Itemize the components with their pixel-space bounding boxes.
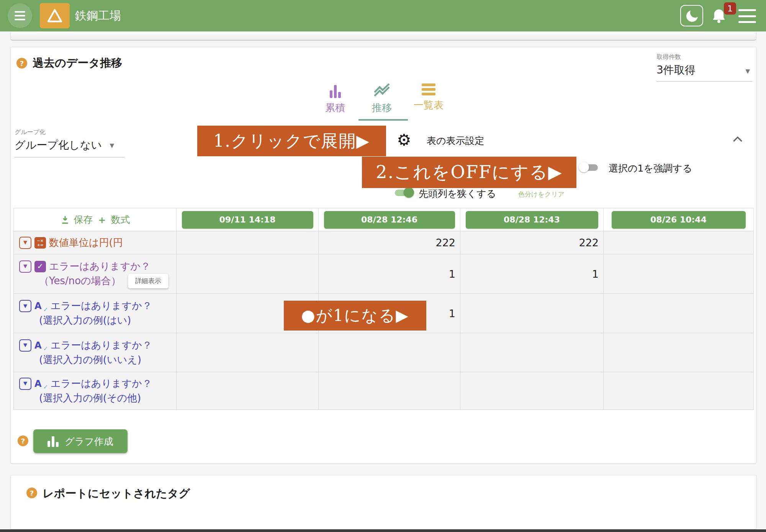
cell-value: 1: [319, 254, 460, 294]
cell-value: [604, 254, 754, 294]
plus-icon[interactable]: ＋: [97, 213, 107, 227]
triangle-logo-icon: [47, 8, 63, 23]
toggle-thumb: [404, 187, 414, 198]
tags-section-title: レポートにセットされたタグ: [43, 486, 190, 501]
cell-value: [604, 372, 754, 410]
group-by-label: グループ化: [15, 128, 125, 136]
annotation-click-to-expand: 1.クリックで展開▶: [197, 126, 386, 156]
clear-colors-link[interactable]: 色分けをクリア: [518, 190, 565, 199]
detail-view-button[interactable]: 詳細表示: [128, 273, 169, 288]
cell-value: [177, 372, 319, 410]
app-title: 鉄鋼工場: [75, 0, 121, 31]
help-icon[interactable]: ?: [16, 58, 27, 69]
hamburger-icon: [15, 11, 25, 13]
calculator-icon: −×+=: [34, 237, 46, 249]
column-header-button[interactable]: 09/11 14:18: [182, 211, 313, 229]
view-tabs: 累積 推移 一覧表: [312, 83, 452, 115]
cell-value: [460, 333, 604, 372]
formula-button[interactable]: 数式: [111, 213, 130, 226]
bar-chart-icon: [47, 435, 59, 447]
window-bottom-edge: [0, 529, 766, 532]
table-row: ▼ A✓ エラーはありますか？ (選択入力の例(その他): [14, 372, 754, 410]
create-graph-label: グラフ作成: [65, 435, 113, 448]
moon-icon: [686, 10, 698, 22]
table-row: ▼ −×+= 数値単位は円(円 222 222: [14, 231, 754, 254]
cell-value: 222: [319, 231, 460, 254]
column-header-button[interactable]: 08/26 10:44: [612, 211, 746, 229]
fetch-count-select[interactable]: 取得件数 3件取得 ▼: [656, 53, 752, 82]
tab-cumulative[interactable]: 累積: [312, 83, 358, 115]
section-title: 過去のデータ推移: [33, 56, 122, 71]
cell-value: [319, 333, 460, 372]
cell-value: [177, 254, 319, 294]
help-icon[interactable]: ?: [26, 488, 37, 498]
table-settings-label: 表の表示設定: [427, 134, 484, 147]
row-dropdown-icon[interactable]: ▼: [19, 378, 31, 390]
page: 鉄鋼工場 1 ? 過去のデータ推移 取得件数 3件取得 ▼: [0, 0, 766, 532]
toggle-thumb: [579, 162, 589, 172]
app-bar: 鉄鋼工場 1: [0, 0, 766, 31]
annotation-turn-off: 2.これをOFFにする▶: [362, 157, 576, 188]
column-header-button[interactable]: 08/28 12:43: [466, 211, 598, 229]
row-sublabel: (選択入力の例(その他): [39, 391, 141, 406]
row-dropdown-icon[interactable]: ▼: [19, 339, 31, 352]
previous-card-edge: [10, 32, 756, 41]
text-input-check-icon: A✓: [34, 339, 47, 352]
cell-value: [604, 231, 754, 254]
fetch-count-value: 3件取得: [656, 63, 752, 77]
group-by-select[interactable]: グループ化 グループ化しない ▼: [15, 128, 125, 157]
row-sublabel: (選択入力の例(いいえ): [39, 353, 141, 367]
group-by-value: グループ化しない: [15, 138, 125, 152]
row-label: エラーはありますか？: [51, 299, 152, 313]
row-dropdown-icon[interactable]: ▼: [19, 300, 31, 312]
cell-value: [604, 333, 754, 372]
table-row: ▼ ✓ エラーはありますか？ （Yes/noの場合） 詳細表示 1 1: [14, 254, 754, 294]
hamburger-icon: [738, 9, 756, 11]
row-dropdown-icon[interactable]: ▼: [19, 260, 31, 273]
row-label: 数値単位は円(円: [49, 236, 123, 250]
save-button[interactable]: 保存: [74, 213, 93, 226]
table-header-row: 保存 ＋ 数式 09/11 14:18 08/28 12:46 08/28 12…: [14, 208, 754, 231]
narrow-first-column-toggle[interactable]: [392, 187, 414, 198]
cell-value: [177, 231, 319, 254]
help-icon[interactable]: ?: [18, 435, 28, 446]
column-header-button[interactable]: 08/28 12:46: [324, 211, 455, 229]
checkbox-icon: ✓: [34, 261, 46, 272]
list-icon: [422, 83, 435, 95]
create-graph-button[interactable]: グラフ作成: [33, 429, 128, 453]
row-sublabel: (選択入力の例(はい): [39, 313, 131, 328]
trend-lines-icon: [373, 83, 391, 98]
overflow-menu-button[interactable]: [738, 9, 756, 23]
nav-menu-button[interactable]: [8, 3, 32, 28]
tab-transition[interactable]: 推移: [358, 83, 405, 115]
text-input-check-icon: A✓: [34, 300, 47, 313]
gear-icon[interactable]: ⚙: [397, 132, 411, 148]
row-label: エラーはありますか？: [51, 338, 152, 353]
row-label: エラーはありますか？: [49, 259, 151, 274]
highlight-selected-label: 選択の1を強調する: [609, 162, 692, 175]
table-row: ▼ A✓ エラーはありますか？ (選択入力の例(いいえ): [14, 333, 754, 372]
bar-chart-icon: [330, 83, 341, 98]
chevron-down-icon: ▼: [745, 68, 750, 75]
cell-value: [319, 372, 460, 410]
history-data-card: ? 過去のデータ推移 取得件数 3件取得 ▼ 累積 推移: [10, 47, 756, 463]
active-tab-underline: [358, 119, 408, 121]
tab-list[interactable]: 一覧表: [405, 83, 452, 115]
chevron-up-icon[interactable]: [732, 135, 743, 143]
notification-badge: 1: [724, 2, 736, 15]
cell-value: [604, 294, 754, 333]
report-tags-card: ? レポートにセットされたタグ: [10, 475, 756, 529]
cell-value: 222: [460, 231, 604, 254]
cell-value: [460, 372, 604, 410]
cell-value: [460, 294, 604, 333]
row-dropdown-icon[interactable]: ▼: [19, 237, 31, 249]
cell-value: 1: [460, 254, 604, 294]
app-logo[interactable]: [40, 3, 70, 28]
highlight-selected-toggle[interactable]: [579, 162, 601, 173]
fetch-count-label: 取得件数: [656, 53, 752, 61]
text-input-check-icon: A✓: [34, 377, 47, 390]
row-sublabel: （Yes/noの場合）: [39, 274, 121, 288]
annotation-becomes-one: ●が1になる▶: [284, 301, 426, 331]
download-icon[interactable]: [60, 214, 70, 225]
dark-mode-button[interactable]: [680, 5, 703, 26]
